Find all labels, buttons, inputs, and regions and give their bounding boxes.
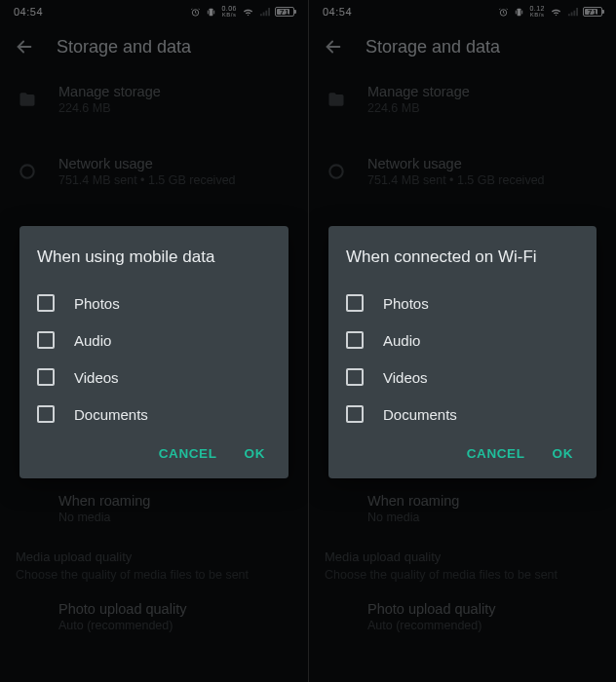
checkbox-icon (37, 331, 55, 349)
ok-button[interactable]: OK (553, 446, 573, 461)
checkbox-icon (37, 368, 55, 386)
option-documents-label: Documents (74, 406, 148, 423)
option-photos[interactable]: Photos (346, 284, 579, 322)
option-photos-label: Photos (383, 295, 429, 312)
cancel-button[interactable]: CANCEL (467, 446, 525, 461)
option-audio[interactable]: Audio (37, 322, 271, 359)
ok-button[interactable]: OK (245, 446, 265, 461)
option-documents-label: Documents (383, 406, 457, 423)
phone-left: 04:54 0.06 KB/s 71 Storage and data (0, 0, 308, 682)
wifi-dialog: When connected on Wi-Fi Photos Audio Vid… (328, 226, 597, 478)
checkbox-icon (346, 405, 364, 423)
option-videos[interactable]: Videos (37, 359, 271, 396)
option-videos-label: Videos (383, 369, 428, 386)
option-videos-label: Videos (74, 369, 119, 386)
option-documents[interactable]: Documents (37, 396, 271, 433)
dialog-title: When using mobile data (37, 247, 271, 267)
option-audio[interactable]: Audio (346, 322, 579, 359)
checkbox-icon (346, 331, 364, 349)
phone-right: 04:54 0.12 KB/s 71 Storage and data (308, 0, 616, 682)
option-photos[interactable]: Photos (37, 284, 271, 322)
option-photos-label: Photos (74, 295, 120, 312)
checkbox-icon (346, 294, 364, 312)
checkbox-icon (346, 368, 364, 386)
checkbox-icon (37, 294, 55, 312)
option-documents[interactable]: Documents (346, 396, 579, 433)
cancel-button[interactable]: CANCEL (159, 446, 217, 461)
option-audio-label: Audio (383, 332, 420, 349)
option-videos[interactable]: Videos (346, 359, 579, 396)
dialog-title: When connected on Wi-Fi (346, 247, 579, 267)
option-audio-label: Audio (74, 332, 111, 349)
mobile-data-dialog: When using mobile data Photos Audio Vide… (19, 226, 289, 478)
checkbox-icon (37, 405, 55, 423)
